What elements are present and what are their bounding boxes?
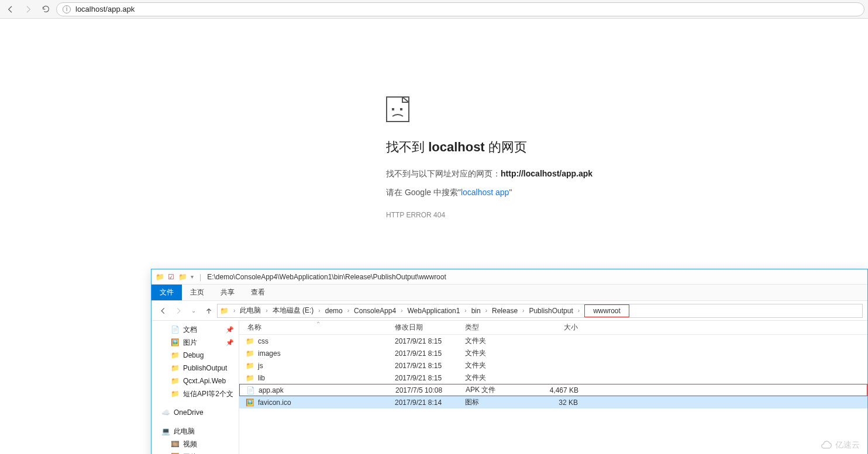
nav-forward-button[interactable] bbox=[171, 304, 185, 318]
refresh-button[interactable] bbox=[39, 2, 53, 16]
error-code: HTTP ERROR 404 bbox=[386, 211, 678, 219]
site-info-icon[interactable]: i bbox=[63, 5, 71, 13]
sidebar-item-publish[interactable]: 📁PublishOutput bbox=[159, 362, 239, 375]
back-button[interactable] bbox=[4, 2, 18, 16]
ribbon-tab-share[interactable]: 共享 bbox=[212, 285, 243, 300]
table-row[interactable]: 📁js2017/9/21 8:15文件夹 bbox=[239, 359, 867, 372]
chevron-right-icon[interactable]: › bbox=[577, 307, 581, 314]
forward-button[interactable] bbox=[21, 2, 35, 16]
sidebar-item-sms[interactable]: 📁短信API等2个文 bbox=[159, 387, 239, 400]
url-input[interactable] bbox=[74, 4, 858, 14]
chevron-right-icon[interactable]: › bbox=[399, 307, 404, 314]
crumb-drive[interactable]: 本地磁盘 (E:) bbox=[270, 306, 316, 316]
col-header-size[interactable]: 大小 bbox=[535, 323, 585, 332]
file-date: 2017/9/21 8:15 bbox=[395, 337, 465, 345]
nav-recent-button[interactable]: ⌄ bbox=[187, 304, 201, 318]
table-row[interactable]: 📁lib2017/9/21 8:15文件夹 bbox=[239, 372, 867, 384]
sidebar-item-qcxt[interactable]: 📁Qcxt.Api.Web bbox=[159, 375, 239, 387]
svg-marker-1 bbox=[402, 97, 409, 102]
sidebar-item-pictures[interactable]: 🖼️图片📌 bbox=[159, 336, 239, 349]
error-search-link[interactable]: localhost app bbox=[461, 188, 509, 197]
explorer-body: 📄文档📌 🖼️图片📌 📁Debug 📁PublishOutput 📁Qcxt.A… bbox=[151, 321, 867, 454]
file-icon: 📄 bbox=[246, 386, 255, 394]
ribbon-tab-view[interactable]: 查看 bbox=[243, 285, 273, 300]
svg-rect-2 bbox=[392, 108, 394, 110]
file-rows: 📁css2017/9/21 8:15文件夹📁images2017/9/21 8:… bbox=[239, 335, 867, 454]
file-type: 文件夹 bbox=[465, 361, 535, 370]
pin-icon: 📌 bbox=[226, 339, 239, 346]
nav-back-button[interactable] bbox=[156, 304, 170, 318]
file-list-header[interactable]: 名称⌃ 修改日期 类型 大小 bbox=[239, 321, 867, 335]
file-name: css bbox=[258, 337, 268, 345]
sidebar-item-onedrive[interactable]: ☁️OneDrive bbox=[159, 406, 239, 419]
folder-icon: 📁 bbox=[245, 337, 254, 345]
cloud-icon: ☁️ bbox=[161, 408, 170, 417]
computer-icon: 💻 bbox=[161, 427, 170, 435]
address-bar[interactable]: i bbox=[56, 2, 864, 16]
crumb-bin[interactable]: bin bbox=[469, 307, 483, 315]
file-date: 2017/9/21 8:15 bbox=[395, 374, 465, 382]
file-name: app.apk bbox=[259, 386, 284, 394]
crumb-wwwroot[interactable]: wwwroot bbox=[584, 304, 629, 317]
sidebar-item-pictures2[interactable]: 🖼️图片 bbox=[159, 450, 239, 454]
watermark-text: 亿速云 bbox=[835, 440, 860, 450]
folder-icon: 📁 bbox=[178, 273, 187, 281]
explorer-titlebar[interactable]: 📁 ☑ 📁 ▾ | E:\demo\ConsoleApp4\WebApplica… bbox=[151, 269, 867, 285]
sidebar-item-debug[interactable]: 📁Debug bbox=[159, 349, 239, 362]
crumb-demo[interactable]: demo bbox=[323, 307, 345, 315]
folder-icon: 📁 bbox=[170, 390, 180, 398]
col-header-name[interactable]: 名称⌃ bbox=[243, 323, 395, 332]
crumb-webapp[interactable]: WebApplication1 bbox=[405, 307, 462, 315]
crumb-release[interactable]: Release bbox=[490, 307, 520, 315]
col-header-date[interactable]: 修改日期 bbox=[395, 323, 465, 332]
chevron-right-icon[interactable]: › bbox=[232, 307, 236, 314]
file-date: 2017/9/21 8:15 bbox=[395, 362, 465, 370]
ribbon-tab-home[interactable]: 主页 bbox=[182, 285, 212, 300]
col-header-type[interactable]: 类型 bbox=[465, 323, 535, 332]
table-row[interactable]: 📄app.apk2017/7/5 10:08APK 文件4,467 KB bbox=[239, 384, 867, 396]
error-url-pre: 找不到与以下网址对应的网页： bbox=[386, 169, 501, 178]
title-checkbox-icon[interactable]: ☑ bbox=[168, 273, 174, 281]
folder-icon: 📁 bbox=[220, 307, 229, 315]
chevron-right-icon[interactable]: › bbox=[346, 307, 350, 314]
crumb-publish[interactable]: PublishOutput bbox=[526, 307, 575, 315]
sad-page-icon bbox=[386, 96, 409, 122]
table-row[interactable]: 🖼️favicon.ico2017/9/21 8:14图标32 KB bbox=[239, 396, 867, 408]
page-content: 找不到 localhost 的网页 找不到与以下网址对应的网页：http://l… bbox=[0, 19, 868, 454]
table-row[interactable]: 📁css2017/9/21 8:15文件夹 bbox=[239, 335, 867, 347]
chevron-right-icon[interactable]: › bbox=[521, 307, 525, 314]
file-type: 文件夹 bbox=[465, 373, 535, 383]
error-search-post: " bbox=[509, 188, 512, 197]
video-icon: 🎞️ bbox=[170, 440, 180, 448]
chevron-right-icon[interactable]: › bbox=[463, 307, 467, 314]
ribbon-tab-file[interactable]: 文件 bbox=[151, 285, 182, 300]
explorer-ribbon: 文件 主页 共享 查看 bbox=[151, 285, 867, 301]
watermark: 亿速云 bbox=[820, 440, 860, 450]
picture-icon: 🖼️ bbox=[170, 338, 180, 346]
folder-icon: 📁 bbox=[245, 362, 254, 370]
title-dropdown-icon[interactable]: ▾ bbox=[191, 273, 194, 280]
file-type: 文件夹 bbox=[465, 348, 535, 358]
chevron-right-icon[interactable]: › bbox=[317, 307, 321, 314]
chevron-right-icon[interactable]: › bbox=[484, 307, 488, 314]
file-name: images bbox=[258, 349, 281, 358]
file-explorer-window: 📁 ☑ 📁 ▾ | E:\demo\ConsoleApp4\WebApplica… bbox=[151, 269, 868, 454]
sidebar-item-label: 图片 bbox=[183, 452, 197, 455]
crumb-thispc[interactable]: 此电脑 bbox=[237, 306, 263, 316]
explorer-nav: ⌄ 📁 › 此电脑 › 本地磁盘 (E:) › demo › ConsoleAp… bbox=[151, 301, 867, 321]
nav-up-button[interactable] bbox=[202, 304, 216, 318]
crumb-consoleapp[interactable]: ConsoleApp4 bbox=[352, 307, 398, 315]
sidebar-item-thispc[interactable]: 💻此电脑 bbox=[159, 425, 239, 438]
document-icon: 📄 bbox=[170, 325, 180, 334]
sidebar-item-label: 视频 bbox=[183, 439, 197, 449]
table-row[interactable]: 📁images2017/9/21 8:15文件夹 bbox=[239, 347, 867, 359]
sidebar-item-documents[interactable]: 📄文档📌 bbox=[159, 323, 239, 336]
breadcrumb[interactable]: 📁 › 此电脑 › 本地磁盘 (E:) › demo › ConsoleApp4… bbox=[217, 304, 863, 318]
sort-asc-icon: ⌃ bbox=[316, 321, 321, 327]
sidebar-item-videos[interactable]: 🎞️视频 bbox=[159, 438, 239, 450]
file-date: 2017/9/21 8:15 bbox=[395, 349, 465, 358]
error-url: http://localhost/app.apk bbox=[501, 169, 593, 178]
error-url-line: 找不到与以下网址对应的网页：http://localhost/app.apk bbox=[386, 169, 678, 179]
chevron-right-icon[interactable]: › bbox=[264, 307, 268, 314]
sidebar-item-label: Debug bbox=[183, 351, 204, 359]
